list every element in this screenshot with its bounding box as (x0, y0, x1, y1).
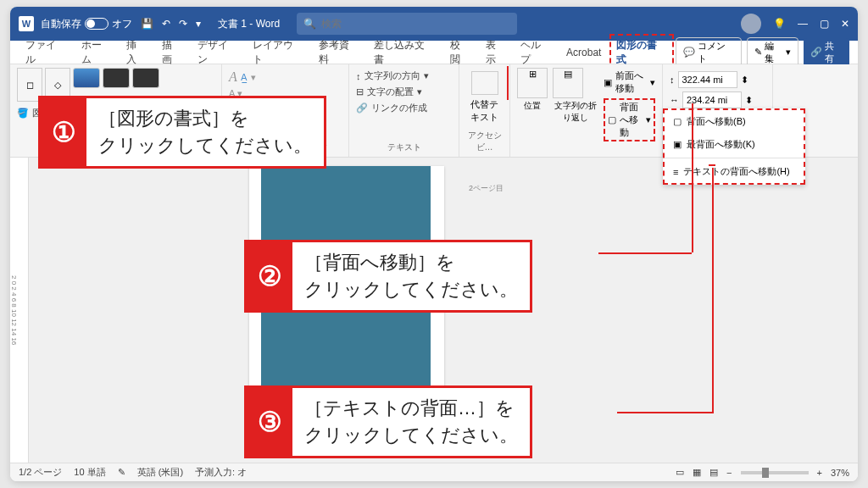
zoom-out-icon[interactable]: − (726, 468, 732, 478)
lightbulb-icon[interactable]: 💡 (773, 18, 786, 30)
text-align-button[interactable]: ⊟ 文字の配置 ▾ (356, 84, 452, 100)
link-create-button[interactable]: 🔗 リンクの作成 (356, 100, 452, 116)
connector-line-3b (617, 412, 714, 413)
minimize-icon[interactable]: — (798, 18, 808, 30)
ribbon-tabs: ファイル ホーム 挿入 描画 デザイン レイアウト 参考資料 差し込み文書 校閲… (10, 41, 858, 64)
wrap-text-button[interactable]: ▤ (553, 68, 583, 98)
callout-2: ② ［背面へ移動］をクリックしてください。 (244, 240, 532, 313)
connector-line-3a (712, 168, 714, 412)
text-group: ↕ 文字列の方向 ▾ ⊟ 文字の配置 ▾ 🔗 リンクの作成 テキスト (349, 64, 459, 157)
style-thumb-3[interactable] (132, 68, 159, 88)
callout-2-text: ［背面へ移動］をクリックしてください。 (292, 242, 530, 310)
send-backward-dropdown: ▢ 背面へ移動(B) ▣ 最背面へ移動(K) ≡ テキストの背面へ移動(H) (663, 108, 805, 185)
autosave-label: 自動保存 (41, 17, 81, 31)
search-input[interactable] (321, 18, 510, 30)
maximize-icon[interactable]: ▢ (820, 18, 829, 30)
vertical-ruler: 2 0 2 4 6 8 10 12 14 16 (10, 158, 29, 463)
autosave-state: オフ (112, 17, 132, 31)
connector-line-2a (692, 103, 693, 252)
zoom-slider[interactable] (741, 471, 809, 474)
document-title: 文書 1 - Word (218, 17, 280, 31)
save-icon[interactable]: 💾 (141, 18, 153, 30)
text-direction-button[interactable]: ↕ 文字列の方向 ▾ (356, 68, 452, 84)
callout-1: ① ［図形の書式］をクリックしてください。 (38, 96, 326, 169)
text-group-label: テキスト (356, 140, 452, 153)
view-print-icon[interactable]: ▦ (693, 467, 701, 478)
bring-forward-button[interactable]: ▣ 前面へ移動 ▾ (604, 68, 655, 97)
width-input[interactable]: ↔ ⬍ (670, 92, 765, 108)
dropdown-behind-text[interactable]: ≡ テキストの背面へ移動(H) (665, 160, 804, 183)
connector-line-1 (507, 66, 509, 100)
share-button[interactable]: 🔗 共有 (804, 38, 850, 67)
view-web-icon[interactable]: ▤ (709, 467, 718, 478)
comments-button[interactable]: 💬 コメント (676, 37, 742, 68)
position-button[interactable]: ⊞ (517, 68, 548, 98)
alt-text-button[interactable]: 代替テキスト (466, 68, 503, 127)
status-lang[interactable]: 英語 (米国) (137, 466, 183, 479)
close-icon[interactable]: ✕ (841, 18, 849, 30)
dropdown-separator (665, 158, 804, 158)
callout-1-text: ［図形の書式］をクリックしてください。 (86, 98, 324, 166)
toggle-icon[interactable] (85, 18, 108, 30)
arrange-group: ⊞ 位置 ▤ 文字列の折り返し ▣ 前面へ移動 ▾ ▢ 背面へ移動 ▾ (510, 64, 663, 157)
status-words[interactable]: 10 単語 (74, 466, 105, 479)
status-spellcheck-icon[interactable]: ✎ (118, 467, 125, 478)
callout-2-number: ② (247, 242, 292, 310)
redo-icon[interactable]: ↷ (179, 18, 187, 30)
editing-button[interactable]: ✎ 編集 ▾ (747, 37, 798, 68)
search-box[interactable]: 🔍 (297, 13, 517, 35)
search-icon: 🔍 (303, 18, 316, 30)
quick-access-toolbar: 💾 ↶ ↷ ▾ (141, 18, 201, 30)
page-section-label: 2ページ目 (469, 183, 504, 194)
user-avatar-icon[interactable] (741, 14, 761, 34)
callout-1-number: ① (41, 98, 86, 166)
arrow-head (709, 164, 715, 166)
undo-icon[interactable]: ↶ (162, 18, 170, 30)
accessibility-group: 代替テキスト アクセシビ… (459, 64, 510, 157)
style-thumb-1[interactable] (73, 68, 100, 88)
callout-3-number: ③ (247, 388, 292, 456)
status-page[interactable]: 1/2 ページ (19, 466, 62, 479)
access-label: アクセシビ… (466, 128, 503, 153)
connector-line-2b (598, 252, 692, 254)
style-thumb-2[interactable] (103, 68, 130, 88)
send-backward-button[interactable]: ▢ 背面へ移動 ▾ (604, 98, 655, 141)
autosave-toggle[interactable]: 自動保存 オフ (41, 17, 132, 31)
dropdown-send-backward[interactable]: ▢ 背面へ移動(B) (665, 110, 804, 133)
callout-3-text: ［テキストの背面…］をクリックしてください。 (292, 388, 530, 456)
view-focus-icon[interactable]: ▭ (676, 467, 684, 478)
callout-3: ③ ［テキストの背面…］をクリックしてください。 (244, 385, 532, 458)
dropdown-send-to-back[interactable]: ▣ 最背面へ移動(K) (665, 133, 804, 156)
status-predict[interactable]: 予測入力: オ (195, 466, 247, 479)
height-input[interactable]: ↕ ⬍ (670, 71, 765, 88)
zoom-value[interactable]: 37% (831, 468, 849, 478)
wordart-fill-icon[interactable]: A A̲ ▾ (229, 68, 342, 86)
zoom-in-icon[interactable]: + (817, 468, 822, 478)
qat-more-icon[interactable]: ▾ (196, 18, 201, 30)
tab-acrobat[interactable]: Acrobat (559, 43, 608, 62)
word-app-icon: W (19, 16, 34, 31)
statusbar: 1/2 ページ 10 単語 ✎ 英語 (米国) 予測入力: オ ▭ ▦ ▤ − … (10, 463, 858, 481)
